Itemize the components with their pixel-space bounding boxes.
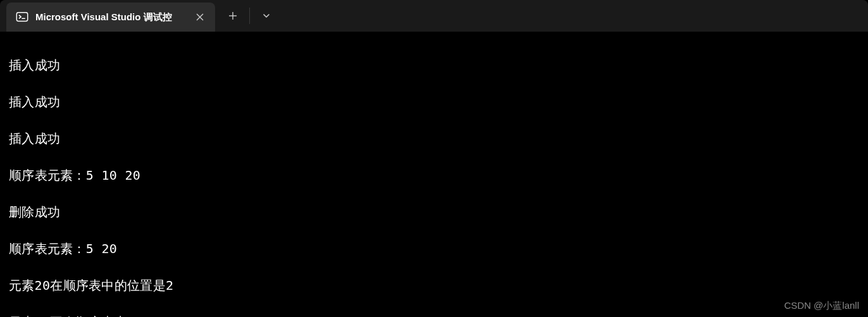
console-line: 元素20在顺序表中的位置是2 bbox=[9, 277, 859, 295]
titlebar: Microsoft Visual Studio 调试控 bbox=[0, 0, 868, 32]
console-line: 插入成功 bbox=[9, 56, 859, 75]
console-line: 元素30不在顺序表中 bbox=[9, 313, 859, 317]
svg-rect-0 bbox=[16, 13, 27, 22]
terminal-icon bbox=[15, 10, 29, 24]
divider bbox=[249, 8, 250, 24]
tab-title: Microsoft Visual Studio 调试控 bbox=[35, 11, 187, 23]
close-tab-button[interactable] bbox=[194, 11, 206, 23]
console-line: 插入成功 bbox=[9, 130, 859, 148]
active-tab[interactable]: Microsoft Visual Studio 调试控 bbox=[6, 3, 215, 32]
console-line: 插入成功 bbox=[9, 93, 859, 111]
console-line: 顺序表元素：5 10 20 bbox=[9, 166, 859, 185]
console-output[interactable]: 插入成功 插入成功 插入成功 顺序表元素：5 10 20 删除成功 顺序表元素：… bbox=[0, 32, 868, 317]
tab-actions bbox=[215, 0, 284, 32]
watermark: CSDN @小蓝lanll bbox=[784, 300, 859, 312]
console-line: 顺序表元素：5 20 bbox=[9, 240, 859, 258]
new-tab-button[interactable] bbox=[220, 5, 245, 27]
tab-dropdown-button[interactable] bbox=[254, 5, 279, 27]
console-line: 删除成功 bbox=[9, 203, 859, 221]
